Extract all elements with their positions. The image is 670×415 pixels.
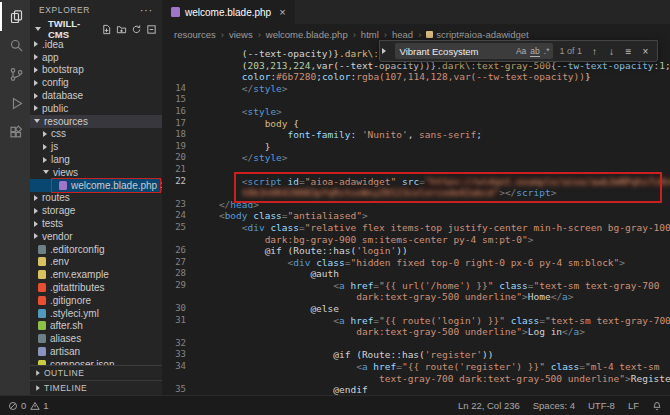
tree-item--gitattributes[interactable]: .gitattributes [30, 281, 162, 294]
tree-item-views[interactable]: views [30, 166, 162, 179]
panel-outline[interactable]: OUTLINE [30, 365, 162, 380]
tree-item-js[interactable]: js [30, 140, 162, 153]
code-line[interactable]: dark:bg-gray-900 sm:items-center py-4 sm… [162, 234, 670, 246]
find-in-selection-icon[interactable]: ≡ [622, 46, 635, 57]
tree-item-composer-json[interactable]: composer.json [30, 358, 162, 365]
tree-item--idea[interactable]: .idea [30, 38, 162, 51]
yml-file-icon [38, 309, 46, 318]
tree-item--styleci-yml[interactable]: .styleci.yml [30, 307, 162, 320]
code-area[interactable]: (--text-opacity)}.dark\:text-gray-400{--… [162, 44, 670, 395]
new-folder-icon[interactable] [116, 24, 127, 35]
explorer-icon[interactable] [0, 2, 30, 31]
code-line[interactable]: dark:text-gray-500 underline">Home</a> [162, 291, 670, 303]
code-line[interactable]: 22 <script id="aioa-adawidget" src="http… [162, 176, 670, 188]
breadcrumb-item[interactable]: resources [174, 29, 216, 40]
code-line[interactable]: 31 <a href="{{ route('login') }}" class=… [162, 315, 670, 327]
tree-item-tests[interactable]: tests [30, 217, 162, 230]
indentation[interactable]: Spaces: 4 [533, 400, 575, 411]
collapse-all-icon[interactable] [146, 24, 157, 35]
tree-item-lang[interactable]: lang [30, 153, 162, 166]
tree-item-label: app [42, 52, 59, 63]
code-line[interactable]: 21 [162, 164, 670, 176]
cursor-position[interactable]: Ln 22, Col 236 [458, 400, 520, 411]
code-line[interactable]: 29 <a href="{{ url('/home') }}" class="t… [162, 280, 670, 292]
more-actions-icon[interactable]: ··· [140, 5, 153, 16]
code-line[interactable]: t0k3nXK420083pYqRstuvWxyZ0123colorcode42… [162, 187, 670, 199]
tree-item-routes[interactable]: routes [30, 192, 162, 205]
tab-welcome-blade-php[interactable]: welcome.blade.php × [162, 0, 296, 24]
code-line[interactable]: 17 body { [162, 118, 670, 130]
encoding[interactable]: UTF-8 [588, 400, 615, 411]
tree-item--gitignore[interactable]: .gitignore [30, 294, 162, 307]
tree-item-database[interactable]: database [30, 89, 162, 102]
panel-label: OUTLINE [44, 368, 84, 378]
code-line[interactable]: 35 @endif [162, 384, 670, 395]
search-icon[interactable] [0, 31, 30, 60]
regex-icon[interactable]: .* [544, 46, 550, 56]
find-previous-icon[interactable]: ↑ [588, 46, 601, 57]
run-debug-icon[interactable] [0, 89, 30, 118]
find-input[interactable]: Vibrant Ecosystem Aa ab .* [395, 43, 553, 59]
match-case-icon[interactable]: Aa [516, 46, 526, 56]
code-line[interactable]: 28 @auth [162, 268, 670, 280]
breadcrumb-item[interactable]: html [361, 29, 379, 40]
tree-item-welcome-blade-php[interactable]: welcome.blade.php1 [30, 179, 162, 192]
tree-item-storage[interactable]: storage [30, 204, 162, 217]
code-line[interactable]: 33 @if (Route::has('register')) [162, 349, 670, 361]
breadcrumb-item[interactable]: head [392, 29, 413, 40]
find-close-icon[interactable]: × [639, 46, 652, 57]
code-line[interactable]: 20 </style> [162, 152, 670, 164]
extensions-icon[interactable] [0, 118, 30, 147]
panel-timeline[interactable]: TIMELINE [30, 380, 162, 395]
find-next-icon[interactable]: ↓ [605, 46, 618, 57]
new-file-icon[interactable] [101, 24, 112, 35]
code-line[interactable]: text-gray-700 dark:text-gray-500 underli… [162, 373, 670, 385]
tree-item--editorconfig[interactable]: .editorconfig [30, 243, 162, 256]
code-line[interactable]: 19 } [162, 141, 670, 153]
tree-item-public[interactable]: public [30, 102, 162, 115]
eol-sequence[interactable]: LF [628, 400, 639, 411]
tree-item--env-example[interactable]: .env.example [30, 268, 162, 281]
tree-item-label: welcome.blade.php [71, 180, 157, 191]
code-line[interactable]: color:#6b7280;color:rgba(107,114,128,var… [162, 71, 670, 83]
line-number: 26 [162, 245, 196, 257]
tree-item--env[interactable]: .env [30, 256, 162, 269]
chevron-right-icon [34, 105, 38, 111]
code-line[interactable]: 30 @else [162, 303, 670, 315]
find-toggle-replace-chevron[interactable] [380, 41, 391, 61]
code-line[interactable]: 16 <style> [162, 106, 670, 118]
refresh-icon[interactable] [131, 24, 142, 35]
problems-warnings[interactable]: 1 [30, 400, 48, 411]
code-line[interactable]: 18 font-family: 'Nunito', sans-serif; [162, 129, 670, 141]
problems-errors[interactable]: 0 [8, 400, 26, 411]
line-number: 31 [162, 315, 196, 327]
tab-close-icon[interactable]: × [279, 6, 285, 18]
notifications-bell[interactable] [652, 401, 662, 411]
code-line[interactable]: 34 <a href="{{ route('register') }}" cla… [162, 361, 670, 373]
code-line[interactable]: 24 <body class="antialiased"> [162, 210, 670, 222]
tree-item-artisan[interactable]: artisan [30, 345, 162, 358]
tab-label: welcome.blade.php [185, 7, 271, 18]
project-header[interactable]: TWILL-CMS [30, 20, 162, 38]
tree-item-vendor[interactable]: vendor [30, 230, 162, 243]
code-line[interactable]: dark:text-gray-500 underline">Log in</a> [162, 326, 670, 338]
tree-item-aliases[interactable]: aliases [30, 332, 162, 345]
code-line[interactable]: 25 <div class="relative flex items-top j… [162, 222, 670, 234]
code-line[interactable]: 27 <div class="hidden fixed top-0 right-… [162, 257, 670, 269]
whole-word-icon[interactable]: ab [530, 46, 539, 57]
breadcrumb-item[interactable]: views [229, 29, 253, 40]
tree-item-after-sh[interactable]: after.sh [30, 320, 162, 333]
tree-item-bootstrap[interactable]: bootstrap [30, 64, 162, 77]
code-line[interactable]: 14 </style> [162, 83, 670, 95]
tree-item-resources[interactable]: resources [30, 115, 162, 128]
code-line[interactable]: 15 [162, 94, 670, 106]
breadcrumb-item[interactable]: script#aioa-adawidget [426, 29, 528, 40]
tree-item-css[interactable]: css [30, 128, 162, 141]
code-line[interactable]: 32 [162, 338, 670, 350]
tree-item-config[interactable]: config [30, 76, 162, 89]
tree-item-app[interactable]: app [30, 51, 162, 64]
source-control-icon[interactable] [0, 60, 30, 89]
breadcrumb-item[interactable]: welcome.blade.php [266, 29, 348, 40]
code-line[interactable]: 23 </head> [162, 199, 670, 211]
code-line[interactable]: 26 @if (Route::has('login')) [162, 245, 670, 257]
